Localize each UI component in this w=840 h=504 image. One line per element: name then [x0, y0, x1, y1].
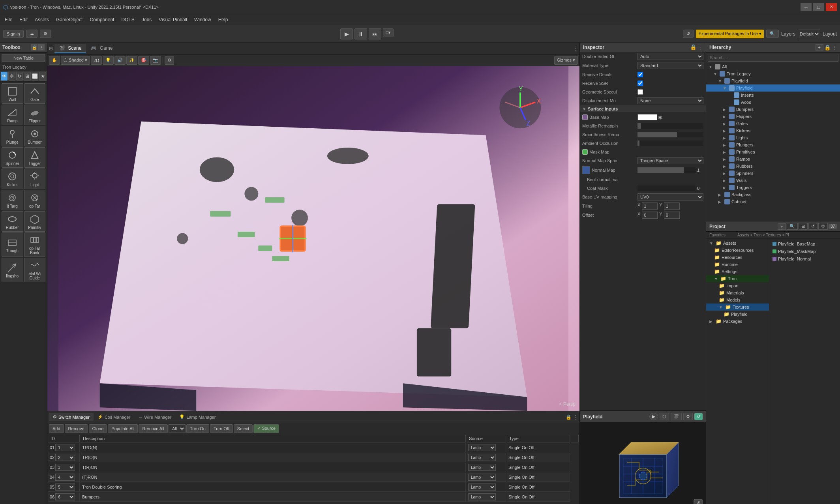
id-select[interactable]: 5: [55, 483, 75, 491]
tool-primitive[interactable]: Primitiv: [24, 211, 46, 232]
menu-gameobject[interactable]: GameObject: [53, 16, 86, 23]
tool-optarget[interactable]: op Tar: [24, 190, 46, 210]
base-map-picker[interactable]: ◉: [658, 114, 662, 120]
tool-metalwireguide[interactable]: etal Wi Guide: [24, 258, 46, 282]
hierarchy-triggers[interactable]: ▶ Triggers: [706, 184, 840, 191]
receive-decals-checkbox[interactable]: [638, 72, 643, 77]
close-button[interactable]: ✕: [826, 3, 837, 11]
source-select[interactable]: Lamp: [468, 493, 496, 500]
source-select[interactable]: Lamp: [468, 464, 496, 471]
tool-slingshot[interactable]: lingsho: [2, 258, 23, 282]
hierarchy-playfield-active[interactable]: ▼ Playfield: [706, 84, 840, 92]
tool-plunger[interactable]: Plunge: [2, 126, 23, 146]
tool-bumper[interactable]: Bumper: [24, 126, 46, 146]
tool-kicker[interactable]: Kicker: [2, 169, 23, 189]
asset-basemap[interactable]: Playfield_BaseMap: [771, 240, 838, 248]
project-item-models[interactable]: 📁 Models: [706, 296, 769, 304]
scene-audio-button[interactable]: 🔊: [114, 56, 126, 65]
project-item-materials[interactable]: 📁 Materials: [706, 289, 769, 296]
asset-normal[interactable]: Playfield_Normal: [771, 255, 838, 263]
source-select[interactable]: Lamp: [468, 483, 496, 491]
tool-ittarget[interactable]: it Targ: [2, 190, 23, 210]
preview-play-button[interactable]: ▶: [649, 413, 658, 420]
menu-assets[interactable]: Assets: [32, 16, 52, 23]
id-select[interactable]: 2: [55, 454, 75, 461]
scene-tab[interactable]: 🎬 Scene: [54, 44, 86, 53]
undo-history-button[interactable]: ↺: [683, 30, 694, 38]
source-select[interactable]: Lamp: [468, 474, 496, 481]
wire-manager-tab[interactable]: → Wire Manager: [134, 413, 175, 421]
menu-edit[interactable]: Edit: [16, 16, 31, 23]
eye-button[interactable]: 👁: [1, 72, 8, 81]
rect-button[interactable]: ⬜: [32, 72, 39, 81]
hierarchy-menu-button[interactable]: ⋮: [832, 45, 837, 51]
tool-rubber[interactable]: Rubber: [2, 211, 23, 232]
metallic-bar[interactable]: [638, 123, 703, 129]
layers-dropdown[interactable]: Default: [798, 30, 820, 38]
project-item-tron[interactable]: ▼ 📁 Tron: [706, 275, 769, 282]
tool-spinner[interactable]: Spinner: [2, 147, 23, 168]
hierarchy-playfield-folder[interactable]: ▼ Playfield: [706, 77, 840, 84]
populate-all-button[interactable]: Populate All: [108, 424, 138, 433]
hierarchy-all[interactable]: ▼ All: [706, 63, 840, 70]
preview-bottom-refresh[interactable]: ↺: [694, 499, 703, 504]
menu-visualpinball[interactable]: Visual Pinball: [156, 16, 190, 23]
hierarchy-plungers[interactable]: ▶ Plungers: [706, 141, 840, 148]
id-select[interactable]: 1: [55, 444, 75, 451]
rotate-button[interactable]: ↻: [16, 72, 23, 81]
menu-window[interactable]: Window: [191, 16, 214, 23]
project-item-runtime[interactable]: 📁 Runtime: [706, 261, 769, 268]
2d-button[interactable]: 2D: [91, 56, 102, 65]
hierarchy-gates[interactable]: ▶ Gates: [706, 120, 840, 127]
filter-project-button[interactable]: ⊞: [799, 223, 808, 230]
tool-wall[interactable]: Wall: [2, 83, 23, 104]
bottom-panel-lock-button[interactable]: 🔒: [566, 414, 572, 420]
hierarchy-cabinet[interactable]: ▶ Cabinet: [706, 198, 840, 205]
hierarchy-kickers[interactable]: ▶ Kickers: [706, 127, 840, 134]
menu-jobs[interactable]: Jobs: [139, 16, 155, 23]
hierarchy-backglass[interactable]: ▶ Backglass: [706, 191, 840, 198]
tool-trigger[interactable]: Trigger: [24, 147, 46, 168]
project-settings-button[interactable]: ⚙: [818, 223, 828, 230]
scene-fx-button[interactable]: ✨: [126, 56, 137, 65]
offset-y-input[interactable]: [664, 212, 680, 219]
hand-tool-button[interactable]: ✋: [49, 56, 60, 65]
receive-ssr-checkbox[interactable]: [638, 81, 643, 86]
turn-off-button[interactable]: Turn Off: [210, 424, 233, 433]
tool-light[interactable]: Light: [24, 169, 46, 189]
base-uv-dropdown[interactable]: UV0: [638, 193, 703, 200]
scene-gizmos-button[interactable]: 🎯: [138, 56, 149, 65]
menu-help[interactable]: Help: [215, 16, 231, 23]
lamp-manager-tab[interactable]: 💡 Lamp Manager: [175, 413, 219, 421]
step-button[interactable]: ⏭: [369, 28, 381, 39]
gizmos-button[interactable]: Gizmos ▾: [554, 56, 578, 65]
hierarchy-spinners[interactable]: ▶ Spinners: [706, 170, 840, 177]
asset-maskmap[interactable]: Playfield_MaskMap: [771, 248, 838, 255]
refresh-project-button[interactable]: ↺: [808, 223, 818, 230]
search-button[interactable]: 🔍: [766, 30, 779, 38]
hierarchy-wood[interactable]: wood: [706, 99, 840, 106]
ambient-occlusion-bar[interactable]: [638, 141, 703, 146]
id-select[interactable]: 6: [55, 493, 75, 500]
scene-light-button[interactable]: 💡: [103, 56, 114, 65]
cloud-button[interactable]: ☁: [26, 30, 38, 38]
hierarchy-walls[interactable]: ▶ Walls: [706, 177, 840, 184]
tool-optargetbank[interactable]: op Tar Bank: [24, 232, 46, 257]
create-project-button[interactable]: +: [778, 223, 786, 230]
scene-viewport[interactable]: X Y Z < Persp: [47, 66, 579, 411]
base-map-color[interactable]: [638, 114, 657, 120]
hierarchy-primitives[interactable]: ▶ Primitives: [706, 148, 840, 156]
project-item-settings[interactable]: 📁 Settings: [706, 268, 769, 275]
smoothness-bar[interactable]: [638, 132, 703, 137]
project-item-assets[interactable]: ▼ 📁 Assets: [706, 240, 769, 247]
collab-button[interactable]: ⚙: [40, 30, 51, 38]
preview-refresh-button[interactable]: ↺: [694, 413, 703, 420]
remove-all-button[interactable]: Remove All: [139, 424, 168, 433]
double-sided-dropdown[interactable]: Auto: [638, 53, 703, 60]
displacement-dropdown[interactable]: None: [638, 97, 703, 104]
id-select[interactable]: 4: [55, 474, 75, 481]
project-item-import[interactable]: 📁 Import: [706, 282, 769, 289]
layout-button[interactable]: □▾: [383, 28, 394, 37]
maximize-button[interactable]: □: [813, 3, 824, 11]
normal-map-space-dropdown[interactable]: TangentSpace: [638, 157, 703, 164]
